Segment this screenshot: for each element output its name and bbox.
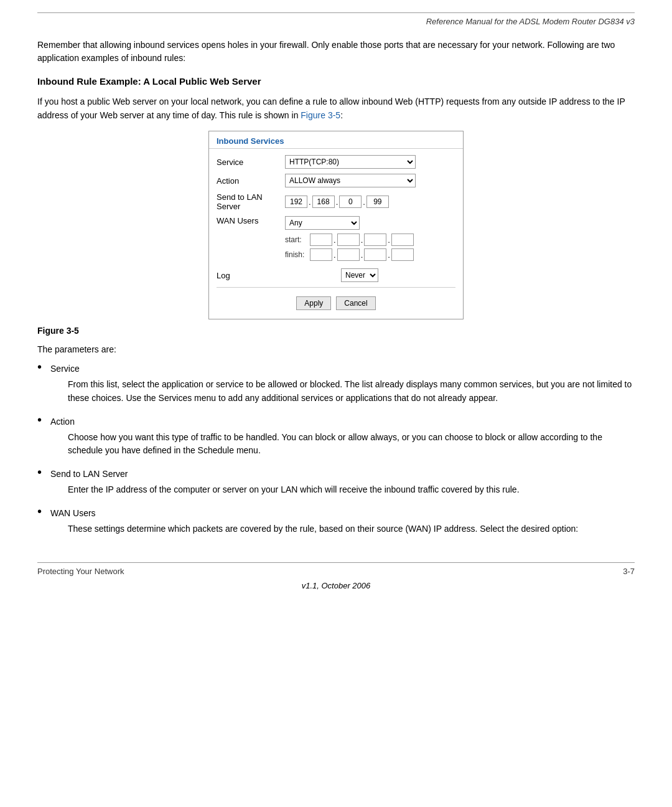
start-ip-octet-1[interactable] <box>310 234 332 246</box>
action-row: Action ALLOW always <box>217 174 455 187</box>
ip-input-area: . . . <box>285 196 455 208</box>
action-label: Action <box>217 176 285 186</box>
params-text: The parameters are: <box>37 343 635 356</box>
log-row: Log Never <box>217 268 455 282</box>
log-select[interactable]: Never <box>341 268 378 282</box>
finish-ip-octet-1[interactable] <box>310 248 332 261</box>
bullet-service-desc: From this list, select the application o… <box>50 378 635 405</box>
button-row: Apply Cancel <box>217 293 455 313</box>
bullet-dot-wan-users: • <box>37 505 42 517</box>
bullet-wan-users: • WAN Users These settings determine whi… <box>37 507 635 544</box>
ip-address-group: . . . <box>285 196 389 208</box>
figure-link[interactable]: Figure 3-5 <box>301 110 340 120</box>
inbound-services-box: Inbound Services Service HTTP(TCP:80) Ac… <box>208 131 464 319</box>
start-ip-octet-2[interactable] <box>337 234 360 246</box>
bottom-bar: Protecting Your Network 3-7 <box>37 562 635 576</box>
ip-octet-1[interactable] <box>285 196 307 208</box>
start-ip-octet-3[interactable] <box>364 234 386 246</box>
wan-top-row: Any <box>285 216 455 230</box>
action-select[interactable]: ALLOW always <box>285 174 416 187</box>
bullet-send-lan-title: Send to LAN Server <box>50 468 635 481</box>
action-control: ALLOW always <box>285 174 455 187</box>
bullet-send-lan: • Send to LAN Server Enter the IP addres… <box>37 468 635 504</box>
apply-button[interactable]: Apply <box>296 296 331 310</box>
bullet-action-content: Action Choose how you want this type of … <box>50 415 635 465</box>
bullet-service-title: Service <box>50 362 635 375</box>
bullet-service-content: Service From this list, select the appli… <box>50 362 635 412</box>
inbound-services-title: Inbound Services <box>209 131 463 149</box>
ip-octet-4[interactable] <box>366 196 389 208</box>
ip-dot-2: . <box>335 197 339 207</box>
wan-controls: Any start: . . . <box>285 216 455 263</box>
figure-label: Figure 3-5 <box>37 326 635 336</box>
bullet-dot-action: • <box>37 413 42 426</box>
form-divider <box>217 287 455 288</box>
log-control: Never <box>285 268 455 282</box>
wan-users-row: WAN Users Any start: . . <box>217 216 455 263</box>
section-intro-text: If you host a public Web server on your … <box>37 95 635 122</box>
cancel-button[interactable]: Cancel <box>336 296 375 310</box>
header-title: Reference Manual for the ADSL Modem Rout… <box>426 17 635 26</box>
footer-right: 3-7 <box>623 567 635 576</box>
bullet-action-title: Action <box>50 415 635 428</box>
bullet-wan-users-desc: These settings determine which packets a… <box>50 522 635 536</box>
service-select[interactable]: HTTP(TCP:80) <box>285 155 416 169</box>
start-ip-group: . . . <box>310 234 414 246</box>
bullet-service: • Service From this list, select the app… <box>37 362 635 412</box>
finish-ip-octet-2[interactable] <box>337 248 360 261</box>
service-row: Service HTTP(TCP:80) <box>217 155 455 169</box>
bullet-dot-service: • <box>37 361 42 373</box>
bullet-send-lan-desc: Enter the IP address of the computer or … <box>50 483 635 497</box>
footer-center: v1.1, October 2006 <box>37 581 635 590</box>
ip-octet-2[interactable] <box>312 196 335 208</box>
start-ip-octet-4[interactable] <box>391 234 414 246</box>
send-lan-row: Send to LAN Server . . . <box>217 192 455 211</box>
service-control: HTTP(TCP:80) <box>285 155 455 169</box>
finish-row: finish: . . . <box>285 248 455 261</box>
page-header: Reference Manual for the ADSL Modem Rout… <box>37 12 635 26</box>
wan-users-label: WAN Users <box>217 216 285 225</box>
finish-ip-group: . . . <box>310 248 414 261</box>
finish-label: finish: <box>285 250 310 259</box>
finish-ip-octet-4[interactable] <box>391 248 414 261</box>
wan-users-select[interactable]: Any <box>285 216 360 230</box>
bullet-action: • Action Choose how you want this type o… <box>37 415 635 465</box>
start-row: start: . . . <box>285 234 455 246</box>
bullet-dot-send-lan: • <box>37 466 42 478</box>
ip-dot-1: . <box>308 197 312 207</box>
ip-octet-3[interactable] <box>339 196 362 208</box>
bullet-send-lan-content: Send to LAN Server Enter the IP address … <box>50 468 635 504</box>
send-lan-label: Send to LAN Server <box>217 192 285 211</box>
log-label: Log <box>217 271 285 280</box>
footer-left: Protecting Your Network <box>37 567 124 576</box>
bullet-wan-users-title: WAN Users <box>50 507 635 520</box>
bullet-action-desc: Choose how you want this type of traffic… <box>50 431 635 458</box>
start-label: start: <box>285 235 310 244</box>
intro-paragraph: Remember that allowing inbound services … <box>37 39 635 65</box>
bullet-wan-users-content: WAN Users These settings determine which… <box>50 507 635 544</box>
finish-ip-octet-3[interactable] <box>364 248 386 261</box>
ip-dot-3: . <box>362 197 366 207</box>
section-heading: Inbound Rule Example: A Local Public Web… <box>37 76 635 87</box>
service-label: Service <box>217 158 285 167</box>
